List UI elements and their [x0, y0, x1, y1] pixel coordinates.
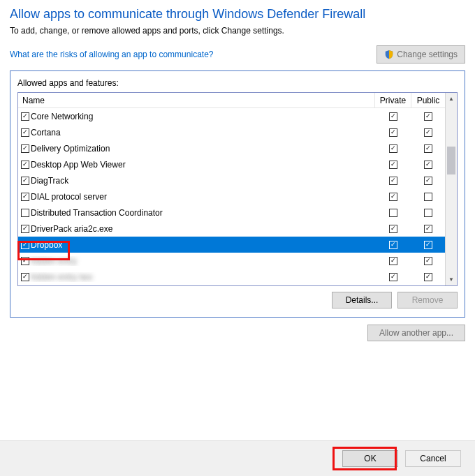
apps-list: Name Private Public Core NetworkingCorta… [17, 92, 458, 286]
row-private-checkbox[interactable] [389, 112, 397, 121]
allowed-apps-group: Allowed apps and features: Name Private … [10, 70, 465, 318]
change-settings-label: Change settings [397, 50, 458, 59]
row-public-checkbox[interactable] [424, 177, 432, 185]
row-enable-checkbox[interactable] [21, 193, 29, 201]
row-private-checkbox[interactable] [389, 257, 397, 265]
row-enable-checkbox[interactable] [21, 225, 29, 233]
row-label: Delivery Optimization [31, 144, 110, 154]
row-label: DiagTrack [31, 176, 68, 186]
row-label: DriverPack aria2c.exe [31, 224, 112, 234]
row-private-checkbox[interactable] [389, 273, 397, 281]
row-public-checkbox[interactable] [424, 273, 432, 281]
table-row[interactable]: Desktop App Web Viewer [18, 156, 445, 172]
row-enable-checkbox[interactable] [21, 257, 29, 265]
row-public-checkbox[interactable] [424, 112, 432, 121]
row-enable-checkbox[interactable] [21, 128, 29, 137]
group-label: Allowed apps and features: [17, 78, 458, 88]
row-label: Distributed Transaction Coordinator [31, 208, 163, 218]
details-button[interactable]: Details... [332, 292, 392, 308]
table-row[interactable]: DIAL protocol server [18, 188, 445, 204]
row-private-checkbox[interactable] [389, 128, 397, 137]
row-enable-checkbox[interactable] [21, 177, 29, 185]
cancel-button[interactable]: Cancel [405, 450, 461, 467]
row-private-checkbox[interactable] [389, 209, 397, 217]
row-public-checkbox[interactable] [424, 193, 432, 201]
row-private-checkbox[interactable] [389, 144, 397, 153]
scroll-up-button[interactable]: ▲ [446, 93, 457, 105]
row-public-checkbox[interactable] [424, 241, 432, 249]
row-label: Desktop App Web Viewer [31, 160, 126, 170]
shield-icon [384, 50, 394, 59]
row-label: hidden entry two [31, 272, 92, 282]
list-header: Name Private Public [18, 93, 445, 108]
row-public-checkbox[interactable] [424, 225, 432, 233]
row-label: DIAL protocol server [31, 192, 107, 202]
column-header-name[interactable]: Name [18, 93, 375, 107]
allow-another-app-button[interactable]: Allow another app... [367, 325, 465, 341]
row-private-checkbox[interactable] [389, 177, 397, 185]
row-label: hidden entry [31, 256, 77, 266]
table-row[interactable]: Cortana [18, 124, 445, 140]
row-enable-checkbox[interactable] [21, 161, 29, 169]
column-header-public[interactable]: Public [411, 93, 445, 107]
scroll-thumb[interactable] [447, 147, 455, 174]
row-private-checkbox[interactable] [389, 161, 397, 169]
column-header-private[interactable]: Private [375, 93, 411, 107]
remove-button[interactable]: Remove [397, 292, 458, 308]
row-public-checkbox[interactable] [424, 257, 432, 265]
ok-button[interactable]: OK [342, 450, 398, 467]
table-row[interactable]: Delivery Optimization [18, 140, 445, 156]
row-private-checkbox[interactable] [389, 241, 397, 249]
page-title: Allow apps to communicate through Window… [10, 7, 465, 22]
scroll-track[interactable] [446, 105, 457, 274]
row-private-checkbox[interactable] [389, 193, 397, 201]
table-row[interactable]: hidden entry [18, 253, 445, 269]
table-row[interactable]: hidden entry two [18, 269, 445, 285]
risk-link[interactable]: What are the risks of allowing an app to… [10, 50, 213, 59]
row-private-checkbox[interactable] [389, 225, 397, 233]
change-settings-button[interactable]: Change settings [377, 45, 465, 64]
row-label: Cortana [31, 128, 61, 137]
row-public-checkbox[interactable] [424, 128, 432, 137]
row-enable-checkbox[interactable] [21, 273, 29, 281]
scrollbar[interactable]: ▲ ▼ [445, 93, 457, 285]
row-label: Core Networking [31, 112, 93, 121]
row-enable-checkbox[interactable] [21, 112, 29, 121]
table-row[interactable]: DiagTrack [18, 172, 445, 188]
row-public-checkbox[interactable] [424, 209, 432, 217]
row-enable-checkbox[interactable] [21, 144, 29, 153]
table-row[interactable]: DriverPack aria2c.exe [18, 221, 445, 237]
footer-bar: OK Cancel [0, 441, 475, 476]
table-row[interactable]: Core Networking [18, 108, 445, 124]
table-row[interactable]: Distributed Transaction Coordinator [18, 204, 445, 221]
row-label: Dropbox [31, 240, 62, 250]
page-subtitle: To add, change, or remove allowed apps a… [10, 26, 465, 36]
row-public-checkbox[interactable] [424, 144, 432, 153]
row-enable-checkbox[interactable] [21, 241, 29, 249]
row-enable-checkbox[interactable] [21, 209, 29, 217]
row-public-checkbox[interactable] [424, 161, 432, 169]
table-row[interactable]: Dropbox [18, 237, 445, 253]
scroll-down-button[interactable]: ▼ [446, 274, 457, 285]
